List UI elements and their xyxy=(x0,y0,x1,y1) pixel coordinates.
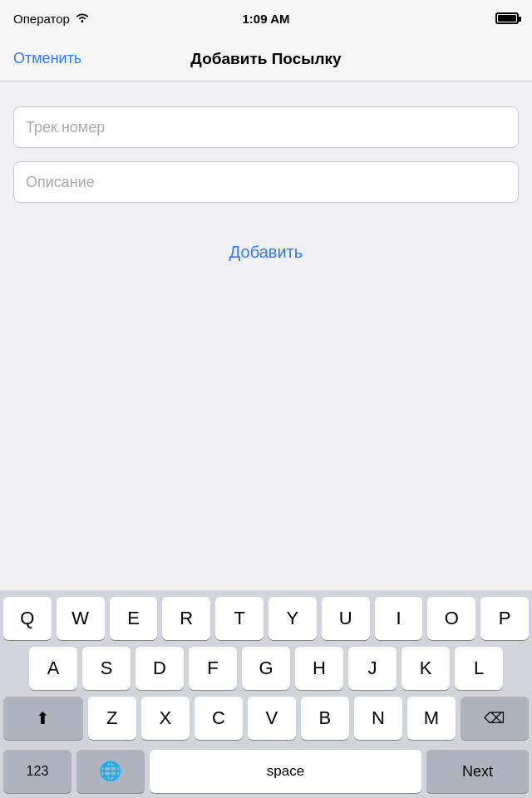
svg-point-0 xyxy=(81,20,84,22)
backspace-key[interactable]: ⌫ xyxy=(461,697,529,740)
key-m[interactable]: M xyxy=(407,697,456,740)
key-d[interactable]: D xyxy=(135,647,184,690)
key-u[interactable]: U xyxy=(322,597,370,640)
description-field-wrapper[interactable] xyxy=(13,161,519,203)
status-bar: Оператор 1:09 AM xyxy=(0,0,532,37)
key-y[interactable]: Y xyxy=(268,597,317,640)
description-input[interactable] xyxy=(26,174,506,191)
key-h[interactable]: H xyxy=(295,647,343,690)
key-a[interactable]: A xyxy=(29,647,77,690)
space-label: space xyxy=(267,763,304,780)
key-z[interactable]: Z xyxy=(88,697,136,740)
globe-key[interactable]: 🌐 xyxy=(76,750,145,793)
form-section: Добавить xyxy=(0,81,532,298)
key-v[interactable]: V xyxy=(248,697,296,740)
key-i[interactable]: I xyxy=(375,597,423,640)
numbers-key[interactable]: 123 xyxy=(3,750,71,793)
key-o[interactable]: O xyxy=(427,597,475,640)
cancel-button[interactable]: Отменить xyxy=(13,50,81,67)
keyboard-row-3: ⬆ Z X C V B N M ⌫ xyxy=(3,697,529,740)
add-button-container: Добавить xyxy=(13,223,519,282)
key-w[interactable]: W xyxy=(57,597,105,640)
numbers-label: 123 xyxy=(27,764,49,779)
status-time: 1:09 AM xyxy=(243,12,290,26)
shift-key[interactable]: ⬆ xyxy=(3,697,83,740)
keyboard-bottom-row: 123 🌐 space Next xyxy=(0,750,532,798)
space-key[interactable]: space xyxy=(150,750,421,793)
key-t[interactable]: T xyxy=(215,597,264,640)
add-button[interactable]: Добавить xyxy=(209,236,323,268)
carrier-label: Оператор xyxy=(13,12,70,26)
key-r[interactable]: R xyxy=(162,597,210,640)
wifi-icon xyxy=(75,12,90,26)
keyboard-rows: Q W E R T Y U I O P A S D F G H J K L ⬆ … xyxy=(0,590,532,750)
key-l[interactable]: L xyxy=(455,647,503,690)
key-j[interactable]: J xyxy=(348,647,397,690)
next-key[interactable]: Next xyxy=(426,750,529,793)
battery-icon xyxy=(495,12,519,24)
key-f[interactable]: F xyxy=(189,647,237,690)
keyboard: Q W E R T Y U I O P A S D F G H J K L ⬆ … xyxy=(0,590,532,798)
key-n[interactable]: N xyxy=(354,697,402,740)
key-x[interactable]: X xyxy=(141,697,190,740)
key-s[interactable]: S xyxy=(82,647,131,690)
key-g[interactable]: G xyxy=(242,647,290,690)
key-b[interactable]: B xyxy=(301,697,349,740)
key-q[interactable]: Q xyxy=(3,597,52,640)
track-number-input[interactable] xyxy=(26,119,506,136)
globe-icon: 🌐 xyxy=(99,761,121,782)
track-number-field-wrapper[interactable] xyxy=(13,106,519,148)
key-c[interactable]: C xyxy=(195,697,243,740)
nav-bar: Отменить Добавить Посылку xyxy=(0,37,532,81)
status-carrier: Оператор xyxy=(13,12,90,26)
page-title: Добавить Посылку xyxy=(190,50,341,68)
key-k[interactable]: K xyxy=(401,647,450,690)
keyboard-row-2: A S D F G H J K L xyxy=(3,647,529,690)
key-e[interactable]: E xyxy=(110,597,158,640)
content-area: Добавить xyxy=(0,81,532,480)
next-label: Next xyxy=(462,763,493,781)
keyboard-row-1: Q W E R T Y U I O P xyxy=(3,597,529,640)
key-p[interactable]: P xyxy=(480,597,529,640)
